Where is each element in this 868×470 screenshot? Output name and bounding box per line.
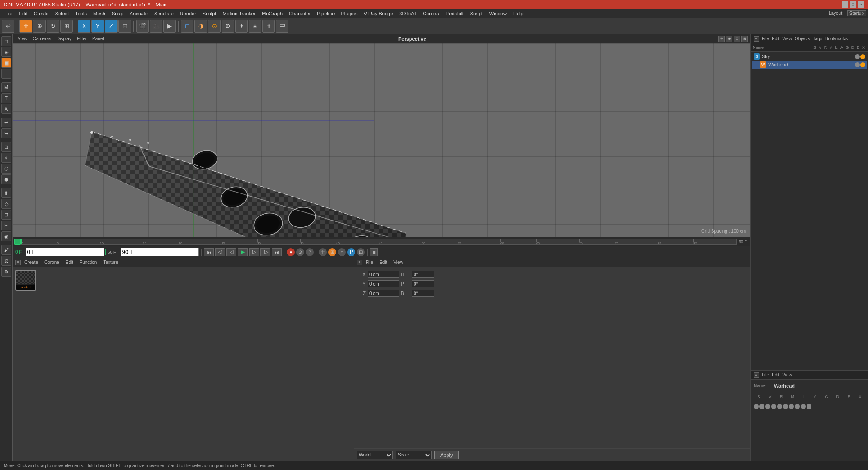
attr-p-input[interactable]	[412, 280, 434, 287]
material-rocket-swatch[interactable]: rocket	[15, 270, 36, 291]
autokey-button[interactable]: ⊙	[296, 248, 304, 256]
menu-help[interactable]: Help	[510, 10, 526, 17]
menu-corona[interactable]: Corona	[420, 10, 442, 17]
attr-warhead-icon-1[interactable]	[754, 404, 759, 409]
menu-character[interactable]: Character	[286, 10, 313, 17]
obj-menu-bookmarks[interactable]: Bookmarks	[825, 36, 848, 41]
attr-panel-icon[interactable]: ≡	[357, 260, 362, 265]
lasso-select-button[interactable]: ⌖	[1, 153, 11, 163]
menu-simulate[interactable]: Simulate	[151, 10, 176, 17]
world-coord-button[interactable]: ⊡	[118, 20, 131, 33]
attr-b-input[interactable]	[412, 290, 434, 297]
attr-warhead-icon-6[interactable]	[783, 404, 788, 409]
vp-fit-btn[interactable]: ⊡	[734, 36, 740, 42]
viewport-canvas[interactable]: X Y Z Grid Spacing : 100 cm	[13, 43, 750, 237]
attr-warhead-icon-5[interactable]	[777, 404, 782, 409]
point-mode-button[interactable]: ·	[1, 69, 11, 79]
weight-button[interactable]: ⚖	[1, 256, 11, 266]
menu-create[interactable]: Create	[31, 10, 52, 17]
goto-end-button[interactable]: ⏭	[272, 248, 282, 256]
deformer-button[interactable]: ⚙	[222, 20, 234, 33]
menu-animate[interactable]: Animate	[127, 10, 151, 17]
attr-menu-edit[interactable]: Edit	[377, 259, 390, 266]
attr-warhead-icon-3[interactable]	[765, 404, 770, 409]
coord-type-select[interactable]: Scale Rotate Move	[396, 451, 432, 459]
menu-plugins[interactable]: Plugins	[338, 10, 360, 17]
menu-redshift[interactable]: Redshift	[443, 10, 466, 17]
viewport-menu-panel[interactable]: Panel	[90, 35, 106, 42]
attr-warhead-icon-4[interactable]	[771, 404, 776, 409]
end-frame-input[interactable]	[121, 248, 199, 256]
menu-3dtoall[interactable]: 3DToAll	[396, 10, 419, 17]
redo-left-button[interactable]: ↪	[1, 128, 11, 138]
layout-selector[interactable]: Startup	[847, 10, 866, 16]
edge-mode-button[interactable]: ◈	[1, 47, 11, 57]
viewport-menu-cameras[interactable]: Cameras	[31, 35, 54, 42]
next-frame-button[interactable]: ▷	[249, 248, 259, 256]
next-key-button[interactable]: |▷	[260, 248, 270, 256]
menu-select[interactable]: Select	[52, 10, 72, 17]
floor-button[interactable]: ◻	[181, 20, 193, 33]
vp-zoom-btn[interactable]: ⊕	[726, 36, 732, 42]
polygon-mode-button[interactable]: ▣	[1, 58, 11, 68]
menu-file[interactable]: File	[2, 10, 15, 17]
warhead-icon-1[interactable]	[855, 62, 860, 67]
viewport-menu-view[interactable]: View	[15, 35, 30, 42]
mat-panel-icon[interactable]: ≡	[15, 260, 21, 265]
timeline[interactable]: 0 5 10 15 20 25 30 35 40 45 50 55 60 65 …	[13, 237, 750, 246]
attr-warhead-icon-7[interactable]	[789, 404, 794, 409]
menu-render[interactable]: Render	[177, 10, 199, 17]
obj-menu-view[interactable]: View	[782, 36, 792, 41]
viewport-menu-display[interactable]: Display	[54, 35, 74, 42]
options-button[interactable]: ≡	[370, 248, 378, 256]
render-to-po-button[interactable]: 🎥	[150, 20, 162, 33]
obj-mgr-icon[interactable]: ≡	[754, 36, 759, 42]
vp-expand-btn[interactable]: ⊞	[741, 36, 748, 42]
window-controls[interactable]: – □ ×	[842, 1, 864, 8]
prev-key-button[interactable]: ◁|	[215, 248, 225, 256]
menu-window[interactable]: Window	[486, 10, 509, 17]
attr-menu-view[interactable]: View	[391, 259, 406, 266]
mat-menu-corona[interactable]: Corona	[42, 259, 62, 266]
material-button[interactable]: ⊙	[208, 20, 221, 33]
vp-move-btn[interactable]: ✛	[718, 36, 725, 42]
x-axis-button[interactable]: X	[78, 20, 90, 33]
attr-right-icon[interactable]: ≡	[754, 372, 759, 378]
menu-snap[interactable]: Snap	[109, 10, 126, 17]
menu-script[interactable]: Script	[467, 10, 486, 17]
attr-y-input[interactable]	[368, 280, 399, 287]
timeline-start-marker[interactable]	[14, 239, 21, 245]
status-3[interactable]: ○	[338, 248, 346, 256]
mat-menu-function[interactable]: Function	[77, 259, 99, 266]
object-mode-button[interactable]: ◻	[1, 36, 11, 46]
sky-button[interactable]: ◑	[194, 20, 207, 33]
menu-sculpt[interactable]: Sculpt	[200, 10, 219, 17]
cloth-button[interactable]: ◈	[249, 20, 261, 33]
undo-left-button[interactable]: ↩	[1, 118, 11, 127]
object-item-sky[interactable]: S Sky	[752, 52, 867, 61]
bevel-button[interactable]: ◇	[1, 199, 11, 209]
z-axis-button[interactable]: Z	[105, 20, 118, 33]
extrude-button[interactable]: ⬆	[1, 188, 11, 198]
goto-start-button[interactable]: ⏮	[204, 248, 214, 256]
sky-icon-1[interactable]	[855, 54, 860, 59]
timeline-ruler[interactable]: 0 5 10 15 20 25 30 35 40 45 50 55 60 65 …	[21, 239, 737, 245]
object-item-warhead[interactable]: W Warhead	[752, 61, 867, 69]
sky-icon-2[interactable]	[860, 54, 865, 59]
attr-warhead-icon-9[interactable]	[801, 404, 806, 409]
menu-pipeline[interactable]: Pipeline	[314, 10, 337, 17]
loop-cut-button[interactable]: ⊟	[1, 210, 11, 220]
obj-menu-objects[interactable]: Objects	[795, 36, 810, 41]
mat-menu-texture[interactable]: Texture	[100, 259, 121, 266]
hair-button[interactable]: ⌗	[262, 20, 275, 33]
polygon-select-button[interactable]: ⬢	[1, 174, 11, 184]
obj-menu-file[interactable]: File	[762, 36, 769, 41]
menu-vray[interactable]: V-Ray Bridge	[361, 10, 396, 17]
menu-edit[interactable]: Edit	[16, 10, 30, 17]
menu-mesh[interactable]: Mesh	[90, 10, 108, 17]
keyframe-button[interactable]: ?	[306, 248, 314, 256]
menu-mograph[interactable]: MoGraph	[259, 10, 285, 17]
knife-button[interactable]: ✂	[1, 221, 11, 230]
warhead-icon-2[interactable]	[860, 62, 865, 67]
transform-tool-button[interactable]: ⊞	[60, 20, 73, 33]
